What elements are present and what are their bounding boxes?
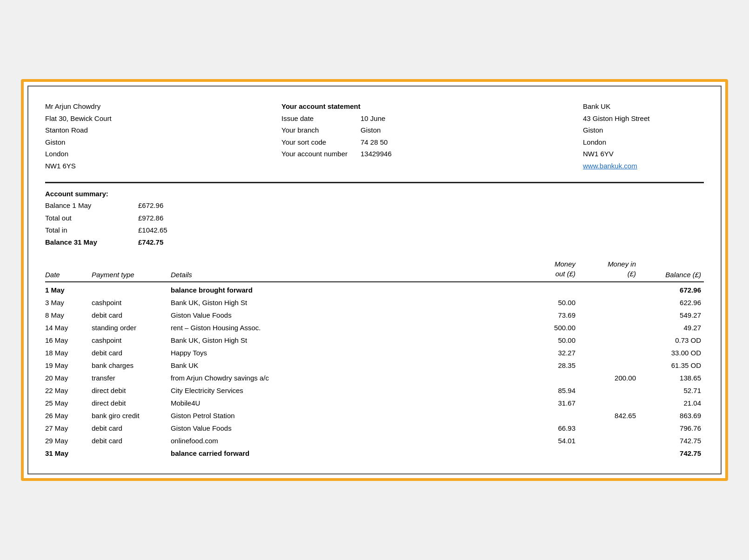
cell-balance: 49.27: [639, 321, 704, 334]
table-header-row: Date Payment type Details Money out (£): [45, 257, 704, 282]
cell-details: balance brought forward: [171, 282, 522, 296]
customer-name: Mr Arjun Chowdry: [45, 100, 157, 113]
cell-balance: 52.71: [639, 384, 704, 397]
cell-balance: 21.04: [639, 397, 704, 409]
col-header-balance: Balance (£): [639, 257, 704, 282]
summary-row-3: Balance 31 May £742.75: [45, 236, 704, 248]
table-row: 22 Maydirect debitCity Electricity Servi…: [45, 384, 704, 397]
col-header-in-line1: Money in: [578, 260, 636, 269]
summary-value-3: £742.75: [138, 236, 163, 248]
summary-title: Account summary:: [45, 190, 704, 198]
bank-address2: Giston: [583, 124, 704, 136]
cell-date: 14 May: [45, 321, 92, 334]
cell-out: 73.69: [522, 309, 578, 321]
statement-table: Date Payment type Details Money out (£): [45, 257, 704, 460]
cell-details: onlinefood.com: [171, 434, 522, 447]
table-row: 18 Maydebit cardHappy Toys32.27 33.00 OD: [45, 347, 704, 359]
account-label: Your account number: [281, 148, 361, 160]
cell-date: 8 May: [45, 309, 92, 321]
cell-date: 31 May: [45, 447, 92, 460]
cell-details: from Arjun Chowdry savings a/c: [171, 372, 522, 384]
sort-value: 74 28 50: [361, 136, 388, 148]
statement-info: Your account statement Issue date 10 Jun…: [281, 100, 458, 172]
cell-details: Bank UK, Giston High St: [171, 334, 522, 347]
cell-balance: 0.73 OD: [639, 334, 704, 347]
summary-label-3: Balance 31 May: [45, 236, 138, 248]
cell-balance: 33.00 OD: [639, 347, 704, 359]
cell-payment: cashpoint: [92, 296, 171, 309]
cell-in: 842.65: [578, 409, 639, 422]
table-row: 19 Maybank chargesBank UK28.35 61.35 OD: [45, 359, 704, 372]
account-row: Your account number 13429946: [281, 148, 458, 160]
bank-address4: NW1 6YV: [583, 148, 704, 160]
sort-row: Your sort code 74 28 50: [281, 136, 458, 148]
table-row: 8 Maydebit cardGiston Value Foods73.69 5…: [45, 309, 704, 321]
cell-in: [578, 309, 639, 321]
cell-payment: debit card: [92, 422, 171, 434]
cell-date: 26 May: [45, 409, 92, 422]
col-header-out: Money out (£): [522, 257, 578, 282]
cell-details: Giston Value Foods: [171, 422, 522, 434]
customer-address4: London: [45, 148, 157, 160]
summary-label-0: Balance 1 May: [45, 200, 138, 212]
cell-balance: 796.76: [639, 422, 704, 434]
cell-date: 22 May: [45, 384, 92, 397]
table-row: 26 Maybank giro creditGiston Petrol Stat…: [45, 409, 704, 422]
cell-payment: debit card: [92, 434, 171, 447]
cell-balance: 138.65: [639, 372, 704, 384]
cell-date: 19 May: [45, 359, 92, 372]
cell-payment: bank giro credit: [92, 409, 171, 422]
account-value: 13429946: [361, 148, 392, 160]
cell-in: [578, 422, 639, 434]
cell-balance: 863.69: [639, 409, 704, 422]
cell-payment: debit card: [92, 347, 171, 359]
table-row: 16 MaycashpointBank UK, Giston High St50…: [45, 334, 704, 347]
header-section: Mr Arjun Chowdry Flat 30, Bewick Court S…: [45, 100, 704, 172]
customer-address5: NW1 6YS: [45, 160, 157, 172]
col-header-in: Money in (£): [578, 257, 639, 282]
cell-date: 3 May: [45, 296, 92, 309]
cell-payment: cashpoint: [92, 334, 171, 347]
summary-row-2: Total in £1042.65: [45, 224, 704, 236]
cell-in: [578, 282, 639, 296]
customer-address: Mr Arjun Chowdry Flat 30, Bewick Court S…: [45, 100, 157, 172]
summary-value-0: £672.96: [138, 200, 163, 212]
cell-out: 50.00: [522, 334, 578, 347]
table-row: 3 MaycashpointBank UK, Giston High St50.…: [45, 296, 704, 309]
cell-out: [522, 372, 578, 384]
summary-row-1: Total out £972.86: [45, 212, 704, 224]
cell-balance: 742.75: [639, 434, 704, 447]
table-row: 27 Maydebit cardGiston Value Foods66.93 …: [45, 422, 704, 434]
cell-in: [578, 347, 639, 359]
cell-in: 200.00: [578, 372, 639, 384]
cell-balance: 672.96: [639, 282, 704, 296]
cell-out: 54.01: [522, 434, 578, 447]
cell-details: Giston Value Foods: [171, 309, 522, 321]
cell-date: 27 May: [45, 422, 92, 434]
cell-in: [578, 397, 639, 409]
col-header-in-line2: (£): [578, 269, 636, 279]
col-header-out-line1: Money: [522, 260, 575, 269]
cell-balance: 622.96: [639, 296, 704, 309]
cell-out: 500.00: [522, 321, 578, 334]
table-row: 25 Maydirect debitMobile4U31.67 21.04: [45, 397, 704, 409]
header-divider: [45, 182, 704, 183]
customer-address2: Stanton Road: [45, 124, 157, 136]
col-header-date: Date: [45, 257, 92, 282]
table-row: 20 Maytransferfrom Arjun Chowdry savings…: [45, 372, 704, 384]
branch-value: Giston: [361, 124, 381, 136]
bank-address: Bank UK 43 Giston High Street Giston Lon…: [583, 100, 704, 172]
cell-details: Happy Toys: [171, 347, 522, 359]
cell-payment: direct debit: [92, 397, 171, 409]
cell-date: 18 May: [45, 347, 92, 359]
cell-payment: debit card: [92, 309, 171, 321]
col-header-out-line2: out (£): [522, 269, 575, 279]
cell-out: 66.93: [522, 422, 578, 434]
cell-payment: [92, 447, 171, 460]
cell-details: City Electricity Services: [171, 384, 522, 397]
bank-name: Bank UK: [583, 100, 704, 113]
cell-date: 20 May: [45, 372, 92, 384]
table-row: 1 May balance brought forward 672.96: [45, 282, 704, 296]
cell-details: rent – Giston Housing Assoc.: [171, 321, 522, 334]
bank-website[interactable]: www.bankuk.com: [583, 162, 637, 170]
